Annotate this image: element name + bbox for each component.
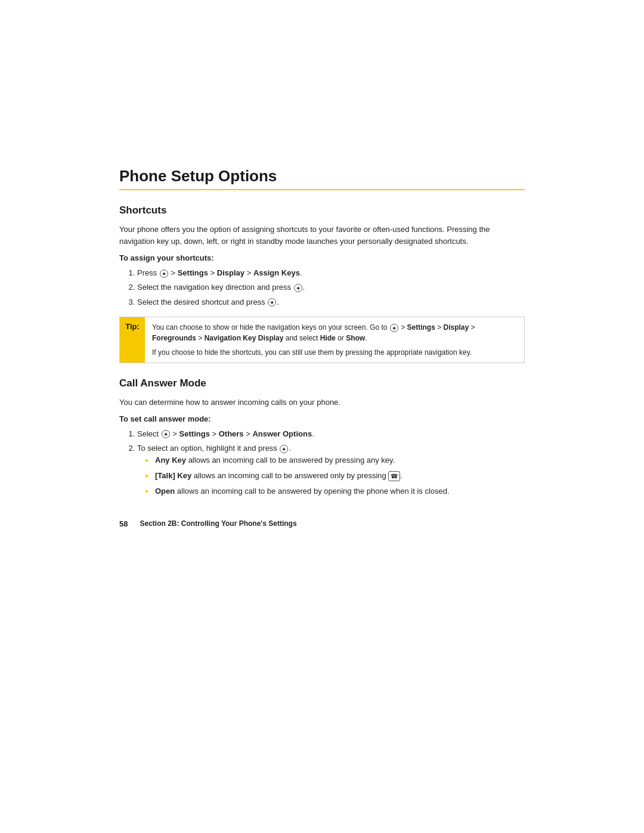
call-answer-section: Call Answer Mode You can determine how t… [119,377,525,498]
page-container: Phone Setup Options Shortcuts Your phone… [119,0,525,588]
shortcuts-section: Shortcuts Your phone offers you the opti… [119,205,525,363]
call-answer-step-1: Select ✦ > Settings > Others > Answer Op… [137,428,525,440]
shortcuts-steps-list: Press ✦ > Settings > Display > Assign Ke… [137,267,525,308]
call-answer-steps-list: Select ✦ > Settings > Others > Answer Op… [137,428,525,498]
shortcuts-intro: Your phone offers you the option of assi… [119,224,525,247]
tip-paragraph-1: You can choose to show or hide the navig… [152,322,517,343]
page-title-block: Phone Setup Options [119,167,525,190]
call-answer-intro: You can determine how to answer incoming… [119,397,525,408]
shortcuts-subheading: To assign your shortcuts: [119,253,525,262]
bullet-talk-key: [Talk] Key allows an incoming call to be… [145,470,525,482]
shortcuts-step-3: Select the desired shortcut and press ✦. [137,296,525,308]
footer-section-label: Section 2B: Controlling Your Phone's Set… [140,519,296,528]
tip-box: Tip: You can choose to show or hide the … [119,317,525,363]
bullet-open: Open allows an incoming call to be answe… [145,485,525,497]
title-underline [119,189,525,190]
tip-paragraph-2: If you choose to hide the shortcuts, you… [152,347,517,358]
call-answer-subheading: To set call answer mode: [119,414,525,423]
footer-page-number: 58 [119,519,128,528]
footer: 58 Section 2B: Controlling Your Phone's … [119,516,525,528]
talk-key-icon: ☎ [388,471,400,481]
shortcuts-step-2: Select the navigation key direction and … [137,281,525,293]
nav-icon-3: ✦ [268,298,276,306]
nav-icon-tip: ✦ [390,324,398,332]
tip-content: You can choose to show or hide the navig… [145,317,524,363]
call-answer-heading: Call Answer Mode [119,377,525,389]
nav-icon-1: ✦ [160,270,168,278]
nav-icon-ca-2: ✦ [280,445,288,453]
call-answer-step-2: To select an option, highlight it and pr… [137,442,525,498]
page-title: Phone Setup Options [119,167,525,185]
bullet-any-key: Any Key allows an incoming call to be an… [145,454,525,466]
call-answer-bullet-list: Any Key allows an incoming call to be an… [145,454,525,497]
shortcuts-step-1: Press ✦ > Settings > Display > Assign Ke… [137,267,525,279]
tip-label: Tip: [120,317,145,363]
nav-icon-ca-1: ✦ [162,430,170,438]
shortcuts-heading: Shortcuts [119,205,525,216]
nav-icon-2: ✦ [294,284,302,292]
